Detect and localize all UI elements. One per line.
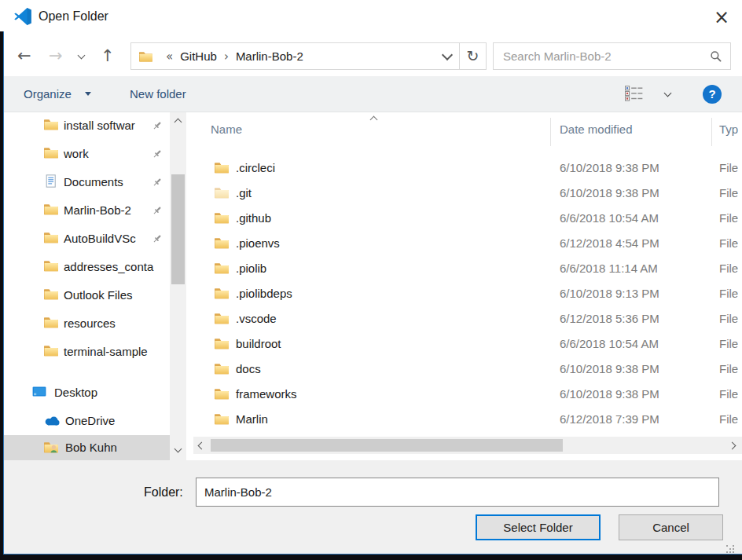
- column-header-type[interactable]: Typ: [719, 123, 738, 136]
- sidebar-item-marlin-bob-2[interactable]: Marlin-Bob-2: [4, 196, 170, 225]
- folder-icon: [44, 232, 58, 243]
- breadcrumb-separator-icon: ›: [224, 49, 229, 64]
- folder-icon: [215, 212, 229, 224]
- up-button[interactable]: ↑: [101, 45, 115, 67]
- organize-dropdown-caret-icon[interactable]: [85, 92, 91, 96]
- file-row-frameworks[interactable]: frameworks 6/10/2018 9:38 PM File: [193, 382, 742, 407]
- folder-icon: [215, 363, 229, 375]
- file-name: .piolibdeps: [236, 281, 292, 306]
- sidebar-item-label: Desktop: [54, 379, 97, 407]
- document-icon: [44, 174, 57, 188]
- sidebar-item-label: terminal-sample: [64, 338, 148, 366]
- sidebar-item-terminal-sample[interactable]: terminal-sample: [4, 338, 170, 366]
- folder-icon: [44, 288, 58, 300]
- file-name: .circleci: [236, 156, 275, 181]
- sidebar-item-label: Documents: [64, 168, 123, 196]
- horizontal-scrollbar-thumb[interactable]: [211, 439, 563, 452]
- search-box[interactable]: [493, 42, 731, 70]
- refresh-button[interactable]: ↻: [459, 42, 487, 70]
- close-icon[interactable]: ×: [709, 6, 734, 28]
- sidebar-item-label: OneDrive: [65, 407, 115, 435]
- column-divider[interactable]: [711, 118, 712, 146]
- file-type: File: [719, 256, 738, 281]
- file-date: 6/10/2018 9:38 PM: [560, 357, 659, 382]
- file-row-pioenvs[interactable]: .pioenvs 6/12/2018 4:54 PM File: [193, 231, 742, 256]
- dialog-title: Open Folder: [39, 9, 108, 24]
- pin-icon: [152, 205, 163, 216]
- file-row-buildroot[interactable]: buildroot 6/6/2018 10:54 AM File: [193, 331, 742, 357]
- sidebar-item-desktop[interactable]: Desktop: [4, 379, 170, 407]
- file-date: 6/6/2018 10:54 AM: [560, 331, 659, 357]
- sidebar-item-autobuildvsc[interactable]: AutoBuildVSc: [4, 225, 170, 253]
- file-name: frameworks: [236, 382, 297, 407]
- folder-icon: [215, 388, 229, 400]
- file-row-piolibdeps[interactable]: .piolibdeps 6/10/2018 9:13 PM File: [193, 281, 742, 306]
- sidebar-item-label: Outlook Files: [64, 281, 133, 309]
- window-border-accent: [3, 31, 4, 554]
- resize-grip[interactable]: [726, 545, 728, 547]
- column-header-name[interactable]: Name: [211, 123, 242, 136]
- sidebar-scrollbar-thumb[interactable]: [171, 174, 185, 284]
- sidebar-item-install-software[interactable]: install softwar: [4, 112, 170, 140]
- file-row-piolib[interactable]: .piolib 6/6/2018 11:14 AM File: [193, 256, 742, 281]
- address-dropdown-chevron-icon[interactable]: [442, 49, 453, 60]
- sidebar-item-resources[interactable]: resources: [4, 309, 170, 338]
- forward-button[interactable]: →: [49, 45, 63, 67]
- breadcrumb-overflow-icon[interactable]: «: [166, 49, 173, 64]
- sidebar-item-addresses-contacts[interactable]: addresses_conta: [4, 253, 170, 281]
- help-button[interactable]: ?: [703, 85, 722, 104]
- file-date: 6/10/2018 9:13 PM: [560, 281, 659, 306]
- file-type: File: [719, 357, 738, 382]
- sidebar-item-outlook-files[interactable]: Outlook Files: [4, 281, 170, 309]
- change-view-icon[interactable]: [625, 86, 644, 101]
- recent-locations-chevron-icon[interactable]: [78, 52, 86, 60]
- file-row-github[interactable]: .github 6/6/2018 10:54 AM File: [193, 206, 742, 231]
- search-icon[interactable]: [710, 50, 722, 63]
- select-folder-button[interactable]: Select Folder: [476, 514, 601, 540]
- sidebar-item-onedrive[interactable]: OneDrive: [4, 407, 170, 435]
- file-type: File: [719, 156, 738, 181]
- file-date: 6/6/2018 11:14 AM: [560, 256, 658, 281]
- file-row-docs[interactable]: docs 6/10/2018 9:38 PM File: [193, 357, 742, 382]
- file-row-marlin[interactable]: Marlin 6/12/2018 7:39 PM File: [193, 407, 742, 432]
- column-divider[interactable]: [550, 118, 551, 146]
- cancel-button[interactable]: Cancel: [619, 514, 723, 540]
- desktop-icon: [32, 386, 46, 397]
- sidebar-item-work[interactable]: work: [4, 140, 170, 168]
- sidebar-item-documents[interactable]: Documents: [4, 168, 170, 196]
- vscode-icon: [13, 7, 32, 26]
- folder-name-input[interactable]: [196, 478, 719, 507]
- hidden-folder-icon: [215, 187, 229, 199]
- folder-field-label: Folder:: [144, 478, 183, 507]
- folder-icon: [215, 287, 229, 299]
- window-edge-bottom: [0, 555, 742, 560]
- file-name: .vscode: [236, 306, 277, 331]
- folder-icon: [44, 147, 58, 159]
- file-row-git[interactable]: .git 6/10/2018 9:38 PM File: [193, 181, 742, 206]
- file-row-vscode[interactable]: .vscode 6/12/2018 5:36 PM File: [193, 306, 742, 331]
- column-header-date-modified[interactable]: Date modified: [560, 123, 633, 136]
- sidebar-item-label: install softwar: [64, 112, 135, 140]
- organize-button[interactable]: Organize: [24, 76, 72, 112]
- folder-icon: [215, 237, 229, 249]
- file-date: 6/10/2018 9:38 PM: [560, 181, 659, 206]
- sidebar-item-label: Marlin-Bob-2: [64, 196, 131, 225]
- file-type: File: [719, 231, 738, 256]
- address-folder-icon: [139, 51, 152, 62]
- back-button[interactable]: ←: [17, 45, 31, 67]
- pin-icon: [152, 148, 163, 159]
- folder-icon: [215, 413, 229, 425]
- folder-icon: [44, 317, 58, 328]
- sidebar-scrollbar[interactable]: [170, 112, 186, 461]
- file-type: File: [719, 206, 738, 231]
- search-input[interactable]: [501, 49, 710, 64]
- breadcrumb-item-github[interactable]: GitHub: [180, 49, 217, 63]
- folder-icon: [215, 313, 229, 324]
- new-folder-button[interactable]: New folder: [130, 76, 186, 112]
- sidebar-item-bob-kuhn[interactable]: Bob Kuhn: [4, 435, 170, 460]
- file-row-circleci[interactable]: .circleci 6/10/2018 9:38 PM File: [193, 156, 742, 181]
- address-bar[interactable]: « GitHub › Marlin-Bob-2: [130, 42, 460, 70]
- breadcrumb-item-marlin-bob-2[interactable]: Marlin-Bob-2: [236, 49, 303, 63]
- open-folder-dialog: Open Folder × ← → ↑ « GitHub › Marlin-Bo…: [0, 0, 742, 560]
- file-name: .github: [236, 206, 271, 231]
